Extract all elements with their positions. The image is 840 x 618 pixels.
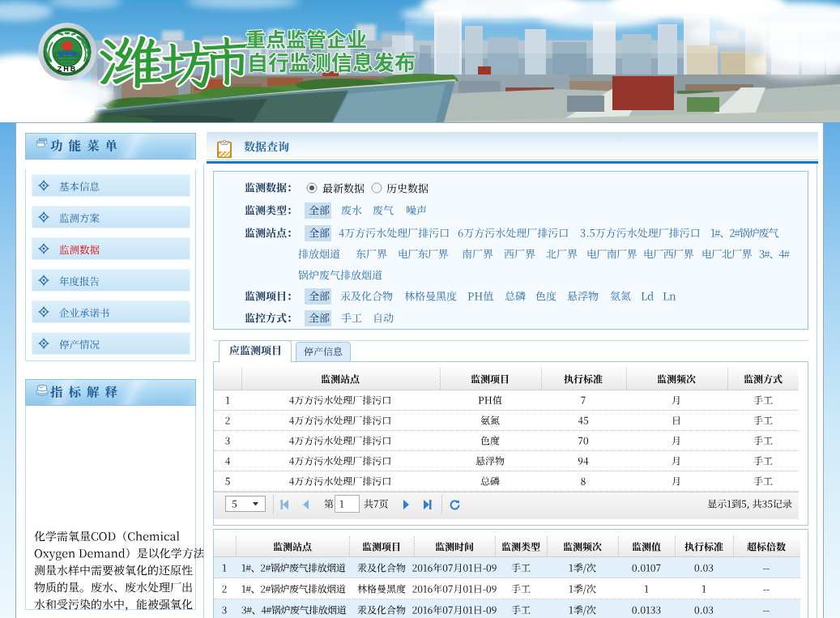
svg-text:ZHB: ZHB [58, 65, 78, 73]
